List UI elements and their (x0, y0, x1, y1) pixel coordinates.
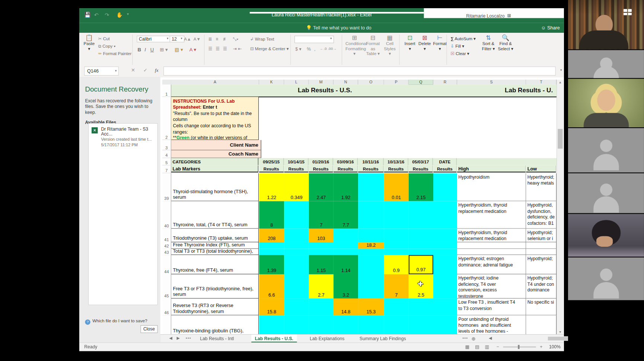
date-header-092515[interactable]: 09/25/15 (259, 158, 284, 165)
share-button[interactable]: ☺ Share (541, 23, 559, 33)
recovered-file-item[interactable]: X Dr Ritamarie Team - S3 Acc... Version … (89, 124, 157, 147)
vertical-scrollbar[interactable]: ▲ ▼ (557, 80, 564, 335)
cell-L46[interactable] (284, 298, 309, 315)
cell-Q42[interactable] (409, 242, 433, 249)
percent-icon[interactable]: % (307, 47, 311, 51)
cell-O43[interactable] (358, 249, 384, 255)
cell-L41[interactable] (284, 229, 309, 242)
cell-K45[interactable]: 6.6 (259, 274, 284, 298)
cell-Q40[interactable] (409, 201, 433, 229)
wrap-text-button[interactable]: ↲ Wrap Text (250, 36, 274, 41)
formula-input[interactable] (163, 67, 556, 76)
sheet-nav-right-icon[interactable]: ▶ (176, 336, 179, 341)
cell-Q39[interactable]: 2.15 (409, 173, 433, 201)
sheet-tab-lab-results-intl[interactable]: Lab Results - Intl (196, 335, 237, 342)
sheet-tab-lab-explanations[interactable]: Lab Explanations (306, 335, 348, 342)
scroll-down-icon[interactable]: ▼ (559, 330, 562, 334)
cell-L45[interactable] (284, 274, 309, 298)
row-header-43[interactable]: 43 (162, 249, 171, 256)
merge-center-button[interactable]: ⊟ Merge & Center ▾ (250, 46, 289, 51)
cell-R44[interactable] (433, 255, 457, 274)
cell-P40[interactable] (384, 201, 409, 229)
participant-photo-blonde[interactable] (568, 79, 644, 127)
cell-M41[interactable]: 103 (309, 229, 334, 242)
cell-K42[interactable] (259, 242, 284, 249)
column-header-L[interactable]: L (284, 80, 309, 84)
clear-button[interactable]: ☒ Clear ▾ (450, 51, 469, 56)
italic-button[interactable]: I (144, 47, 146, 52)
cell-L43[interactable] (284, 249, 309, 255)
cell-K41[interactable]: 208 (259, 229, 284, 242)
font-size-select[interactable]: 12▾ (170, 36, 185, 42)
row-header-41[interactable]: 41 (162, 229, 171, 243)
cell-P41[interactable] (384, 229, 409, 242)
column-header-S[interactable]: S (457, 80, 526, 84)
row-header-40[interactable]: 40 (162, 201, 171, 229)
cell-Q41[interactable] (409, 229, 433, 242)
window-button-icon[interactable]: ⊞ (507, 13, 511, 18)
cell-R47[interactable] (433, 315, 457, 335)
zoom-out-icon[interactable]: − (496, 344, 499, 349)
cell-N42[interactable] (334, 242, 358, 249)
confirm-entry-icon[interactable]: ✓ (143, 67, 147, 73)
insert-function-icon[interactable]: fx (155, 67, 159, 74)
delete-cells-button[interactable]: ⊠Delete▾ (418, 35, 432, 51)
cell-P44[interactable]: 0.9 (384, 255, 409, 274)
coach-name-cell[interactable]: Coach Name (171, 150, 261, 158)
cell-O47[interactable] (358, 315, 384, 335)
hscroll-left-icon[interactable]: ◀ (489, 336, 492, 341)
fill-button[interactable]: ⇩ Fill ▾ (450, 44, 464, 48)
date-header-030916[interactable]: 03/09/16 (334, 158, 358, 165)
borders-icon[interactable]: ⊞ ▾ (160, 47, 168, 52)
bold-button[interactable]: B (138, 47, 141, 52)
cell-M43[interactable] (309, 249, 334, 255)
date-header-101316[interactable]: 10/13/16 (384, 158, 408, 165)
conditional-formatting-button[interactable]: ⊞Conditional Formatting ▾ (345, 35, 364, 56)
row-header-44[interactable]: 44 (162, 255, 171, 275)
cell-K47[interactable] (259, 315, 284, 335)
cell-N44[interactable]: 1.14 (334, 255, 358, 274)
row-header-45[interactable]: 45 (162, 274, 171, 299)
currency-icon[interactable]: $ ▾ (295, 47, 301, 52)
format-as-table-button[interactable]: ⊟Format as Table ▾ (364, 35, 382, 56)
fill-color-icon[interactable]: ▨ ▾ (175, 47, 183, 52)
insert-cells-button[interactable]: ⊡Insert▾ (403, 35, 417, 51)
participant-avatar-2[interactable] (568, 128, 644, 172)
cell-M47[interactable] (309, 315, 334, 335)
cell-P42[interactable] (384, 242, 409, 249)
cell-Q46[interactable] (409, 298, 433, 315)
cell-Q43[interactable] (409, 249, 433, 255)
find-select-button[interactable]: 🔍Find & Select ▾ (497, 35, 514, 51)
cell-O41[interactable] (358, 229, 384, 242)
sheet-tabs-more-left[interactable]: ••• (186, 336, 191, 341)
cell-K40[interactable]: 8 (259, 201, 284, 229)
align-center-icon[interactable]: ☰ (216, 46, 220, 51)
align-bottom-icon[interactable]: ≢ (223, 36, 227, 41)
cell-R39[interactable] (433, 173, 457, 201)
cell-styles-button[interactable]: ▦Cell Styles ▾ (382, 35, 397, 56)
cell-N45[interactable]: 3.2 (334, 274, 358, 298)
autosum-button[interactable]: ∑ AutoSum ▾ (450, 36, 476, 41)
copy-button[interactable]: ⧉ Copy ▾ (98, 44, 116, 49)
cell-M46[interactable] (309, 298, 334, 315)
scroll-up-icon[interactable]: ▲ (559, 80, 562, 84)
cell-R41[interactable] (433, 229, 457, 242)
column-header-O[interactable]: O (358, 80, 384, 84)
participant-video-speaker[interactable] (568, 214, 644, 257)
cell-M42[interactable] (309, 242, 334, 249)
row-header-7[interactable]: 7 (162, 166, 171, 173)
row-header-1[interactable]: 1 (162, 84, 171, 97)
sheet-tabs-more-right[interactable]: ••• (462, 336, 468, 341)
cell-N41[interactable] (334, 229, 358, 242)
cell-N40[interactable]: 7.7 (334, 201, 358, 229)
paste-button[interactable]: 📋Paste▾ (83, 35, 96, 51)
shrink-font-icon[interactable]: A▼ (194, 36, 201, 41)
zoom-in-icon[interactable]: + (540, 344, 542, 349)
cell-L47[interactable] (284, 315, 309, 335)
date-header-101415[interactable]: 10/14/15 (284, 158, 308, 165)
cell-O46[interactable]: 15.3 (358, 298, 384, 315)
zoom-slider[interactable] (503, 346, 536, 347)
row-header-4[interactable]: 4 (162, 150, 171, 158)
column-header-R[interactable]: R (433, 80, 457, 84)
date-header-DATE[interactable]: DATE (433, 158, 457, 165)
